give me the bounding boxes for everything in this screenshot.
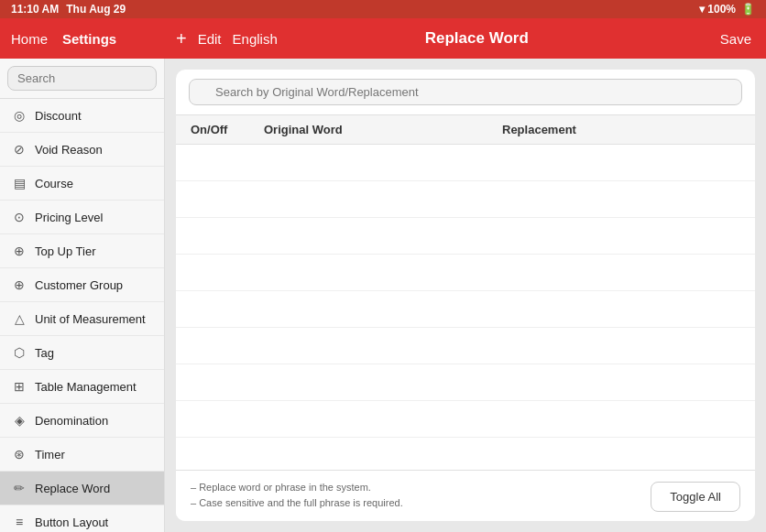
- sidebar-search-box: [0, 59, 164, 99]
- status-date: Thu Aug 29: [66, 3, 126, 16]
- sidebar-item-button-layout[interactable]: ≡Button Layout: [0, 505, 164, 532]
- sidebar-item-course[interactable]: ▤Course: [0, 167, 164, 201]
- sidebar-item-label-denomination: Denomination: [35, 414, 108, 428]
- battery-icon: 🔋: [741, 3, 755, 16]
- home-nav[interactable]: Home: [11, 31, 48, 47]
- sidebar-item-label-table-management: Table Management: [35, 380, 137, 394]
- sidebar-item-table-management[interactable]: ⊞Table Management: [0, 370, 164, 404]
- table-management-icon: ⊞: [11, 378, 27, 395]
- page-title: Replace Word: [289, 29, 665, 48]
- wifi-icon: ▾ 100%: [699, 3, 736, 16]
- header-center: + Edit English Replace Word: [176, 28, 720, 49]
- edit-button[interactable]: Edit: [198, 31, 222, 47]
- table-row: [176, 364, 755, 401]
- sidebar-item-unit-of-measurement[interactable]: △Unit of Measurement: [0, 302, 164, 336]
- discount-icon: ◎: [11, 107, 27, 124]
- pricing-level-icon: ⊙: [11, 209, 27, 225]
- sidebar-item-tag[interactable]: ⬡Tag: [0, 336, 164, 370]
- col-header-original: Original Word: [264, 123, 502, 136]
- sidebar-item-label-tag: Tag: [35, 346, 54, 360]
- sidebar-item-label-replace-word: Replace Word: [35, 482, 110, 495]
- col-header-onoff: On/Off: [191, 123, 264, 136]
- header: Home Settings + Edit English Replace Wor…: [0, 18, 766, 59]
- content-search-input[interactable]: [189, 79, 742, 105]
- table-row: [176, 328, 755, 364]
- timer-icon: ⊛: [11, 446, 27, 462]
- course-icon: ▤: [11, 175, 27, 191]
- sidebar-items-list: ◎Discount⊘Void Reason▤Course⊙Pricing Lev…: [0, 99, 164, 532]
- layout: ◎Discount⊘Void Reason▤Course⊙Pricing Lev…: [0, 59, 766, 532]
- footer-note-1: – Replace word or phrase in the system.: [191, 480, 403, 496]
- status-bar: 11:10 AM Thu Aug 29 ▾ 100% 🔋: [0, 0, 766, 18]
- unit-of-measurement-icon: △: [11, 310, 27, 327]
- content-search-area: 🔍: [176, 70, 755, 115]
- table-row: [176, 181, 755, 218]
- table-row: [176, 401, 755, 438]
- tag-icon: ⬡: [11, 344, 27, 361]
- sidebar-item-label-course: Course: [35, 177, 73, 190]
- sidebar-item-void-reason[interactable]: ⊘Void Reason: [0, 133, 164, 167]
- footer-note-2: – Case sensitive and the full phrase is …: [191, 495, 403, 512]
- table-header: On/Off Original Word Replacement: [176, 115, 755, 145]
- toggle-all-button[interactable]: Toggle All: [651, 482, 740, 512]
- col-header-replacement: Replacement: [502, 123, 740, 136]
- denomination-icon: ◈: [11, 412, 27, 429]
- sidebar-item-timer[interactable]: ⊛Timer: [0, 438, 164, 472]
- header-nav: Home Settings: [11, 31, 176, 47]
- button-layout-icon: ≡: [11, 514, 27, 530]
- status-bar-right: ▾ 100% 🔋: [699, 3, 755, 16]
- status-time: 11:10 AM: [11, 3, 59, 16]
- top-up-tier-icon: ⊕: [11, 243, 27, 259]
- save-button[interactable]: Save: [720, 31, 755, 47]
- sidebar-item-label-pricing-level: Pricing Level: [35, 211, 103, 224]
- language-selector[interactable]: English: [233, 31, 278, 47]
- table-row: [176, 255, 755, 291]
- sidebar-item-pricing-level[interactable]: ⊙Pricing Level: [0, 201, 164, 234]
- sidebar-item-label-void-reason: Void Reason: [35, 143, 103, 157]
- sidebar-item-label-discount: Discount: [35, 109, 82, 123]
- sidebar-item-label-unit-of-measurement: Unit of Measurement: [35, 312, 146, 326]
- void-reason-icon: ⊘: [11, 141, 27, 157]
- sidebar-item-top-up-tier[interactable]: ⊕Top Up Tier: [0, 234, 164, 268]
- sidebar-item-label-timer: Timer: [35, 448, 65, 461]
- status-bar-left: 11:10 AM Thu Aug 29: [11, 3, 126, 16]
- footer-notes: – Replace word or phrase in the system. …: [191, 480, 403, 512]
- sidebar-item-discount[interactable]: ◎Discount: [0, 99, 164, 133]
- table-row: [176, 291, 755, 328]
- replace-word-icon: ✏: [11, 480, 27, 496]
- table-rows-container: [176, 145, 755, 470]
- main-content-area: 🔍 On/Off Original Word Replacement – Rep…: [165, 59, 766, 532]
- table-row: [176, 438, 755, 470]
- sidebar-item-label-button-layout: Button Layout: [35, 516, 108, 529]
- sidebar-item-denomination[interactable]: ◈Denomination: [0, 404, 164, 438]
- table-row: [176, 218, 755, 255]
- search-wrapper: 🔍: [189, 79, 742, 105]
- customer-group-icon: ⊕: [11, 277, 27, 293]
- settings-nav[interactable]: Settings: [62, 31, 116, 47]
- table-row: [176, 145, 755, 181]
- sidebar-item-replace-word[interactable]: ✏Replace Word: [0, 472, 164, 505]
- sidebar-item-customer-group[interactable]: ⊕Customer Group: [0, 268, 164, 302]
- add-button[interactable]: +: [176, 28, 187, 49]
- sidebar-item-label-top-up-tier: Top Up Tier: [35, 244, 95, 258]
- sidebar: ◎Discount⊘Void Reason▤Course⊙Pricing Lev…: [0, 59, 165, 532]
- content-card: 🔍 On/Off Original Word Replacement – Rep…: [176, 70, 755, 521]
- sidebar-search-input[interactable]: [7, 66, 157, 91]
- sidebar-item-label-customer-group: Customer Group: [35, 278, 123, 292]
- content-footer: – Replace word or phrase in the system. …: [176, 470, 755, 521]
